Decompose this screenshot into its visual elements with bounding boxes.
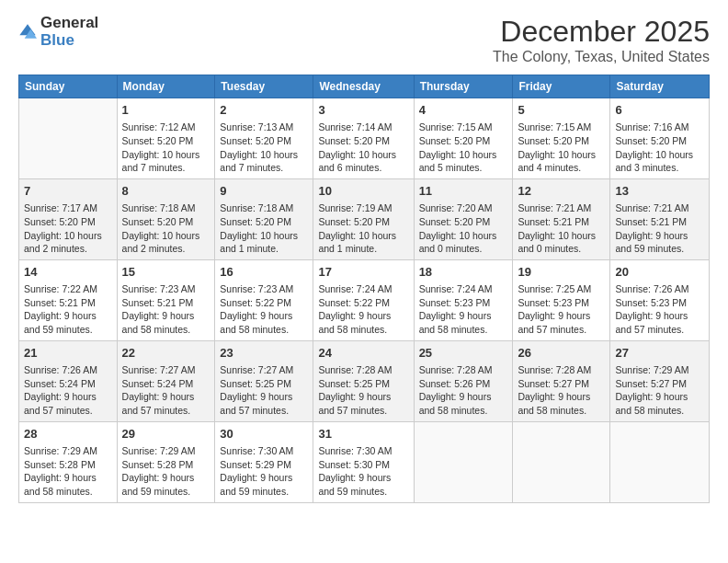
cell-w1-d4: 3Sunrise: 7:14 AMSunset: 5:20 PMDaylight… (313, 98, 414, 179)
day-info-line: and 59 minutes. (122, 485, 210, 499)
cell-w1-d3: 2Sunrise: 7:13 AMSunset: 5:20 PMDaylight… (215, 98, 313, 179)
day-info-line: Sunrise: 7:14 AM (318, 121, 408, 134)
day-info-line: Daylight: 10 hours (220, 148, 308, 162)
day-number: 18 (419, 264, 508, 281)
cell-w4-d2: 22Sunrise: 7:27 AMSunset: 5:24 PMDayligh… (117, 340, 215, 421)
day-info-line: Sunrise: 7:28 AM (318, 363, 408, 377)
day-info-line: Sunrise: 7:24 AM (318, 282, 408, 296)
day-number: 24 (318, 345, 408, 362)
day-info-line: Sunset: 5:22 PM (318, 296, 408, 310)
day-info-line: Sunset: 5:29 PM (220, 458, 308, 472)
day-number: 13 (615, 183, 704, 200)
day-info-line: Sunrise: 7:21 AM (518, 201, 605, 215)
cell-w2-d1: 7Sunrise: 7:17 AMSunset: 5:20 PMDaylight… (19, 178, 118, 259)
day-info-line: Sunrise: 7:15 AM (419, 121, 508, 134)
day-info-line: Sunset: 5:20 PM (518, 134, 605, 148)
day-number: 1 (122, 102, 210, 119)
cell-w5-d6 (513, 421, 610, 502)
cell-w5-d1: 28Sunrise: 7:29 AMSunset: 5:28 PMDayligh… (19, 421, 118, 502)
cell-w4-d5: 25Sunrise: 7:28 AMSunset: 5:26 PMDayligh… (414, 340, 513, 421)
cell-w5-d7 (610, 421, 710, 502)
day-info-line: and 58 minutes. (419, 404, 508, 418)
day-info-line: and 58 minutes. (615, 404, 704, 418)
cell-w5-d3: 30Sunrise: 7:30 AMSunset: 5:29 PMDayligh… (215, 421, 313, 502)
calendar-header: Sunday Monday Tuesday Wednesday Thursday… (19, 75, 710, 98)
day-info-line: Sunrise: 7:23 AM (122, 282, 210, 296)
day-info-line: Daylight: 9 hours (220, 471, 308, 485)
day-info-line: Daylight: 10 hours (122, 148, 210, 162)
day-number: 20 (615, 264, 704, 281)
day-number: 14 (24, 264, 112, 281)
cell-w4-d4: 24Sunrise: 7:28 AMSunset: 5:25 PMDayligh… (313, 340, 414, 421)
day-number: 22 (122, 345, 210, 362)
cell-w2-d6: 12Sunrise: 7:21 AMSunset: 5:21 PMDayligh… (513, 178, 610, 259)
cell-w3-d1: 14Sunrise: 7:22 AMSunset: 5:21 PMDayligh… (19, 259, 118, 340)
cell-w2-d3: 9Sunrise: 7:18 AMSunset: 5:20 PMDaylight… (215, 178, 313, 259)
day-number: 9 (220, 183, 308, 200)
cell-w2-d7: 13Sunrise: 7:21 AMSunset: 5:21 PMDayligh… (610, 178, 710, 259)
day-info-line: Daylight: 9 hours (24, 471, 112, 485)
day-info-line: Sunrise: 7:28 AM (419, 363, 508, 377)
day-info-line: and 7 minutes. (220, 161, 308, 175)
cell-w5-d2: 29Sunrise: 7:29 AMSunset: 5:28 PMDayligh… (117, 421, 215, 502)
day-number: 19 (518, 264, 605, 281)
day-info-line: Daylight: 9 hours (615, 390, 704, 404)
day-info-line: Daylight: 10 hours (615, 148, 704, 162)
day-info-line: Sunrise: 7:20 AM (419, 201, 508, 215)
calendar-table: Sunday Monday Tuesday Wednesday Thursday… (18, 75, 710, 503)
month-title: December 2025 (493, 15, 710, 49)
day-info-line: and 2 minutes. (24, 242, 112, 256)
cell-w4-d3: 23Sunrise: 7:27 AMSunset: 5:25 PMDayligh… (215, 340, 313, 421)
day-info-line: Sunset: 5:20 PM (220, 215, 308, 229)
cell-w4-d1: 21Sunrise: 7:26 AMSunset: 5:24 PMDayligh… (19, 340, 118, 421)
cell-w3-d6: 19Sunrise: 7:25 AMSunset: 5:23 PMDayligh… (513, 259, 610, 340)
day-info-line: Sunset: 5:24 PM (122, 377, 210, 391)
day-info-line: Daylight: 9 hours (220, 390, 308, 404)
day-info-line: Sunset: 5:25 PM (318, 377, 408, 391)
logo-blue: Blue (40, 32, 98, 50)
cell-w4-d6: 26Sunrise: 7:28 AMSunset: 5:27 PMDayligh… (513, 340, 610, 421)
day-info-line: Daylight: 9 hours (318, 309, 408, 323)
day-info-line: Sunset: 5:20 PM (122, 215, 210, 229)
cell-w5-d5 (414, 421, 513, 502)
day-info-line: Sunrise: 7:23 AM (220, 282, 308, 296)
day-info-line: Sunrise: 7:27 AM (122, 363, 210, 377)
day-info-line: and 57 minutes. (518, 323, 605, 337)
cell-w2-d4: 10Sunrise: 7:19 AMSunset: 5:20 PMDayligh… (313, 178, 414, 259)
day-info-line: and 0 minutes. (518, 242, 605, 256)
day-info-line: Sunset: 5:26 PM (419, 377, 508, 391)
day-info-line: Daylight: 9 hours (122, 309, 210, 323)
day-info-line: and 58 minutes. (518, 404, 605, 418)
day-info-line: Sunrise: 7:18 AM (122, 201, 210, 215)
day-info-line: Daylight: 10 hours (518, 229, 605, 243)
page: General Blue December 2025 The Colony, T… (0, 0, 728, 512)
day-info-line: Sunset: 5:25 PM (220, 377, 308, 391)
day-info-line: Sunset: 5:20 PM (24, 215, 112, 229)
day-info-line: Sunrise: 7:30 AM (220, 444, 308, 458)
day-info-line: Sunrise: 7:15 AM (518, 121, 605, 134)
day-info-line: and 57 minutes. (24, 404, 112, 418)
day-info-line: and 58 minutes. (220, 323, 308, 337)
day-number: 15 (122, 264, 210, 281)
day-info-line: and 58 minutes. (419, 323, 508, 337)
cell-w1-d2: 1Sunrise: 7:12 AMSunset: 5:20 PMDaylight… (117, 98, 215, 179)
cell-w3-d4: 17Sunrise: 7:24 AMSunset: 5:22 PMDayligh… (313, 259, 414, 340)
day-info-line: Sunrise: 7:27 AM (220, 363, 308, 377)
day-info-line: Sunset: 5:21 PM (615, 215, 704, 229)
week-row-1: 1Sunrise: 7:12 AMSunset: 5:20 PMDaylight… (19, 98, 710, 179)
header-saturday: Saturday (610, 75, 710, 98)
cell-w3-d5: 18Sunrise: 7:24 AMSunset: 5:23 PMDayligh… (414, 259, 513, 340)
day-info-line: and 58 minutes. (24, 485, 112, 499)
day-number: 4 (419, 102, 508, 119)
week-row-5: 28Sunrise: 7:29 AMSunset: 5:28 PMDayligh… (19, 421, 710, 502)
day-info-line: Daylight: 10 hours (318, 229, 408, 243)
day-info-line: and 0 minutes. (419, 242, 508, 256)
day-number: 21 (24, 345, 112, 362)
day-info-line: Sunrise: 7:24 AM (419, 282, 508, 296)
day-info-line: Sunrise: 7:29 AM (24, 444, 112, 458)
day-info-line: Sunset: 5:23 PM (419, 296, 508, 310)
day-info-line: and 57 minutes. (122, 404, 210, 418)
cell-w1-d1 (19, 98, 118, 179)
cell-w1-d6: 5Sunrise: 7:15 AMSunset: 5:20 PMDaylight… (513, 98, 610, 179)
day-info-line: Sunrise: 7:25 AM (518, 282, 605, 296)
